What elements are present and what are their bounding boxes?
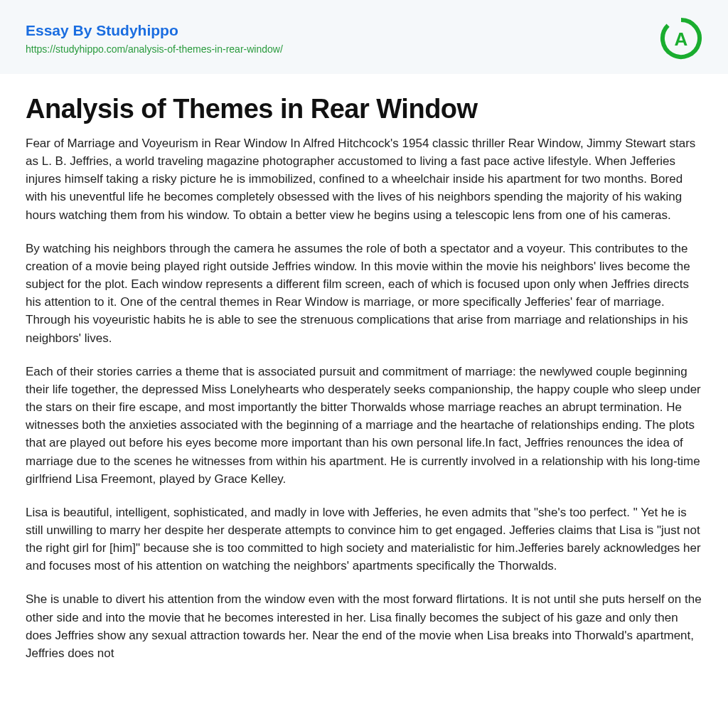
essay-paragraph: She is unable to divert his attention fr… xyxy=(26,590,702,662)
site-title: Essay By Studyhippo xyxy=(26,22,283,39)
essay-title: Analysis of Themes in Rear Window xyxy=(26,94,702,124)
header-text-block: Essay By Studyhippo https://studyhippo.c… xyxy=(26,22,283,55)
essay-paragraph: Each of their stories carries a theme th… xyxy=(26,363,702,488)
page-header: Essay By Studyhippo https://studyhippo.c… xyxy=(0,0,728,74)
site-logo: A xyxy=(660,17,702,60)
essay-paragraph: Lisa is beautiful, intelligent, sophisti… xyxy=(26,504,702,575)
logo-icon: A xyxy=(660,17,702,60)
essay-paragraph: By watching his neighbors through the ca… xyxy=(26,240,702,347)
essay-content: Analysis of Themes in Rear Window Fear o… xyxy=(0,74,728,703)
essay-paragraph: Fear of Marriage and Voyeurism in Rear W… xyxy=(26,134,702,224)
essay-body: Fear of Marriage and Voyeurism in Rear W… xyxy=(26,134,702,662)
logo-letter: A xyxy=(675,28,688,50)
source-url[interactable]: https://studyhippo.com/analysis-of-theme… xyxy=(26,43,283,55)
